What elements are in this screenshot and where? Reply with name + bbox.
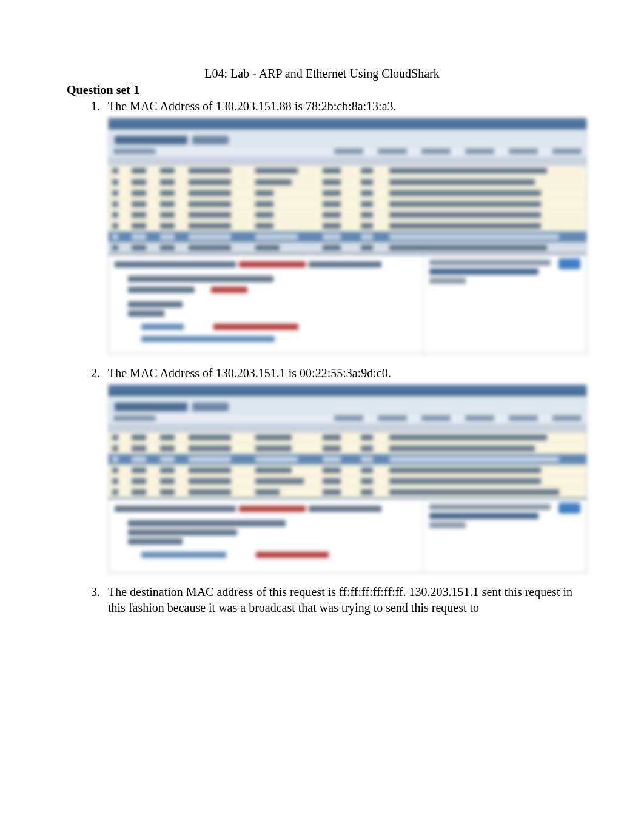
section-heading: Question set 1: [67, 83, 577, 97]
table-row: [109, 443, 586, 454]
table-row: [109, 476, 586, 487]
table-row: [109, 487, 586, 498]
packet-table: [109, 432, 586, 498]
answer-text-1: The MAC Address of 130.203.151.88 is 78:…: [108, 98, 577, 114]
table-row: [109, 242, 586, 253]
table-row-selected: [109, 231, 586, 242]
answer-text-2: The MAC Address of 130.203.151.1 is 00:2…: [108, 365, 577, 381]
table-row-selected: [109, 454, 586, 465]
info-button[interactable]: [558, 503, 580, 514]
list-item: The MAC Address of 130.203.151.1 is 00:2…: [103, 365, 577, 574]
packet-table: [109, 166, 586, 253]
table-row: [109, 176, 586, 187]
list-item: The destination MAC address of this requ…: [103, 584, 577, 615]
info-button[interactable]: [558, 258, 580, 269]
fade-overlay: [0, 714, 644, 835]
cloudshark-screenshot-2: [108, 384, 587, 574]
table-row: [109, 432, 586, 443]
packet-details: [109, 498, 586, 572]
table-row: [109, 166, 586, 176]
page-title: L04: Lab - ARP and Ethernet Using CloudS…: [67, 67, 577, 81]
packet-details: [109, 253, 586, 354]
question-list: The MAC Address of 130.203.151.88 is 78:…: [67, 98, 577, 615]
answer-text-3: The destination MAC address of this requ…: [108, 584, 577, 615]
cloudshark-screenshot-1: [108, 118, 587, 354]
table-row: [109, 465, 586, 476]
list-item: The MAC Address of 130.203.151.88 is 78:…: [103, 98, 577, 354]
table-row: [109, 187, 586, 198]
table-row: [109, 209, 586, 220]
table-row: [109, 198, 586, 209]
table-row: [109, 220, 586, 231]
